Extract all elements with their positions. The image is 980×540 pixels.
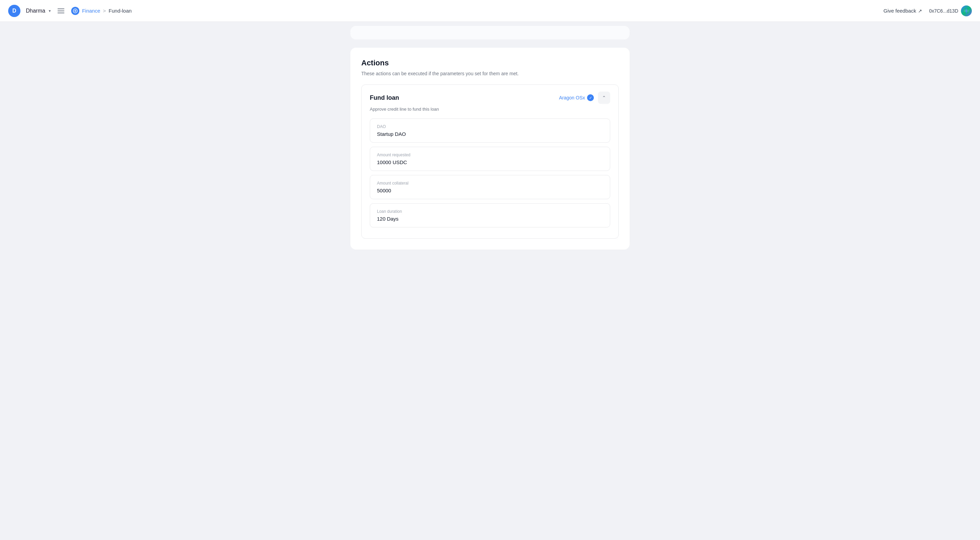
navbar-left: D Dharma ▾ Finance > Fund-loan — [8, 5, 132, 17]
breadcrumb-current-page: Fund-loan — [109, 8, 132, 14]
fund-loan-card: Fund loan Aragon OSx ✓ ⌃ Approve credit … — [361, 84, 619, 239]
aragon-osx-label: Aragon OSx — [559, 95, 585, 100]
actions-card: Actions These actions can be executed if… — [350, 48, 630, 249]
avatar[interactable]: D — [8, 5, 21, 17]
dao-value: Startup DAO — [377, 131, 603, 137]
amount-collateral-field: Amount collateral 50000 — [370, 175, 610, 199]
fund-loan-header: Fund loan Aragon OSx ✓ ⌃ — [370, 92, 610, 104]
top-navbar: D Dharma ▾ Finance > Fund-loan — [0, 0, 980, 22]
amount-collateral-value: 50000 — [377, 187, 603, 194]
give-feedback-button[interactable]: Give feedback ↗ — [884, 8, 923, 14]
menu-icon[interactable] — [56, 7, 66, 14]
fund-loan-title: Fund loan — [370, 94, 399, 102]
breadcrumb: Finance > Fund-loan — [71, 7, 132, 15]
globe-icon — [961, 5, 972, 16]
faded-top-card — [350, 26, 630, 40]
dao-field: DAO Startup DAO — [370, 119, 610, 143]
amount-collateral-label: Amount collateral — [377, 181, 603, 186]
org-selector[interactable]: Dharma ▾ — [26, 8, 51, 14]
wallet-address-text: 0x7C6...d13D — [929, 8, 958, 14]
aragon-badge: Aragon OSx ✓ — [559, 94, 594, 101]
wallet-address[interactable]: 0x7C6...d13D — [929, 5, 972, 16]
loan-duration-field: Loan duration 120 Days — [370, 203, 610, 227]
amount-requested-value: 10000 USDC — [377, 159, 603, 165]
page-scroll: Actions These actions can be executed if… — [0, 22, 980, 266]
breadcrumb-finance-link[interactable]: Finance — [71, 7, 100, 15]
chevron-up-icon: ⌃ — [602, 95, 606, 100]
actions-subtitle: These actions can be executed if the par… — [361, 71, 619, 76]
loan-duration-label: Loan duration — [377, 209, 603, 214]
org-name: Dharma — [26, 8, 45, 14]
navbar-right: Give feedback ↗ 0x7C6...d13D — [884, 5, 972, 16]
finance-icon — [71, 7, 80, 15]
fund-loan-header-right: Aragon OSx ✓ ⌃ — [559, 92, 610, 104]
avatar-letter: D — [12, 8, 16, 14]
finance-label: Finance — [82, 8, 100, 14]
loan-duration-value: 120 Days — [377, 216, 603, 222]
actions-title: Actions — [361, 59, 619, 67]
verified-check-icon: ✓ — [587, 94, 594, 101]
amount-requested-field: Amount requested 10000 USDC — [370, 147, 610, 171]
fund-loan-description: Approve credit line to fund this loan — [370, 106, 610, 112]
external-link-icon: ↗ — [918, 8, 922, 14]
main-content: Actions These actions can be executed if… — [337, 40, 643, 266]
breadcrumb-separator: > — [103, 8, 106, 14]
dropdown-arrow-icon: ▾ — [49, 8, 51, 13]
collapse-button[interactable]: ⌃ — [598, 92, 610, 104]
give-feedback-label: Give feedback — [884, 8, 916, 14]
dao-label: DAO — [377, 124, 603, 129]
amount-requested-label: Amount requested — [377, 152, 603, 157]
